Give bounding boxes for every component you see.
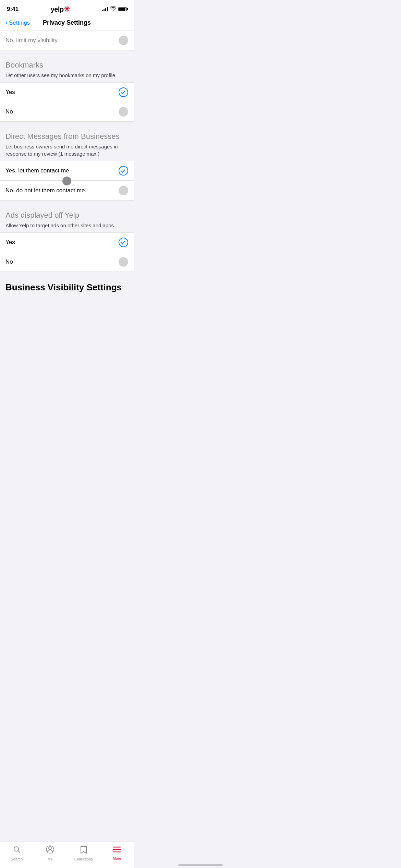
status-logo: yelp✳ <box>51 5 70 14</box>
ads-yes-label: Yes <box>5 239 15 246</box>
direct-messages-section-header: Direct Messages from Businesses Let busi… <box>0 125 134 161</box>
bookmarks-section-header: Bookmarks Let other users see my bookmar… <box>0 54 134 82</box>
bookmarks-options: Yes No <box>0 82 134 122</box>
section-gap-1 <box>0 50 134 54</box>
divider-ball-icon <box>62 177 71 185</box>
direct-messages-title: Direct Messages from Businesses <box>5 132 128 141</box>
ads-no-label: No <box>5 258 13 265</box>
partial-radio[interactable] <box>119 36 128 45</box>
ads-title: Ads displayed off Yelp <box>5 211 128 220</box>
bookmarks-yes-label: Yes <box>5 89 15 96</box>
ads-yes-radio[interactable] <box>119 238 128 247</box>
navigation-bar: ‹ Settings Privacy Settings <box>0 16 134 31</box>
bookmarks-no-row[interactable]: No <box>0 102 134 121</box>
ads-no-radio[interactable] <box>119 257 128 267</box>
status-time: 9:41 <box>7 6 19 13</box>
bookmarks-no-label: No <box>5 108 13 115</box>
ads-options: Yes No <box>0 232 134 272</box>
section-gap-4 <box>0 272 134 275</box>
back-label: Settings <box>9 20 30 26</box>
back-button[interactable]: ‹ Settings <box>5 19 33 26</box>
partial-visibility-row: No, limit my visibility <box>0 31 134 50</box>
section-gap-2 <box>0 122 134 125</box>
direct-messages-options: Yes, let them contact me. No, do not let… <box>0 161 134 201</box>
bookmarks-no-radio[interactable] <box>119 107 128 117</box>
direct-messages-no-label: No, do not let them contact me. <box>5 187 86 194</box>
section-gap-3 <box>0 201 134 204</box>
back-chevron-icon: ‹ <box>5 19 8 26</box>
page-title: Privacy Settings <box>33 19 101 26</box>
ads-description: Allow Yelp to target ads on other sites … <box>5 222 128 229</box>
wifi-icon <box>110 7 116 12</box>
bookmarks-yes-radio[interactable] <box>119 87 128 97</box>
direct-messages-yes-radio[interactable] <box>119 166 128 176</box>
direct-messages-no-radio[interactable] <box>119 186 128 195</box>
content-area: No, limit my visibility Bookmarks Let ot… <box>0 31 134 325</box>
ads-yes-row[interactable]: Yes <box>0 233 134 252</box>
bookmarks-yes-row[interactable]: Yes <box>0 83 134 102</box>
direct-messages-yes-label: Yes, let them contact me. <box>5 167 71 174</box>
status-bar: 9:41 yelp✳ <box>0 0 134 16</box>
business-visibility-title: Business Visibility Settings <box>5 282 128 293</box>
bookmarks-title: Bookmarks <box>5 61 128 70</box>
ads-no-row[interactable]: No <box>0 252 134 272</box>
battery-icon <box>118 7 127 11</box>
signal-bars-icon <box>102 7 108 11</box>
partial-visibility-label: No, limit my visibility <box>5 37 58 44</box>
direct-messages-description: Let business owners send me direct messa… <box>5 143 128 157</box>
status-icons <box>102 7 127 12</box>
business-visibility-section: Business Visibility Settings <box>0 275 134 296</box>
bookmarks-description: Let other users see my bookmarks on my p… <box>5 72 128 79</box>
ads-section-header: Ads displayed off Yelp Allow Yelp to tar… <box>0 204 134 232</box>
